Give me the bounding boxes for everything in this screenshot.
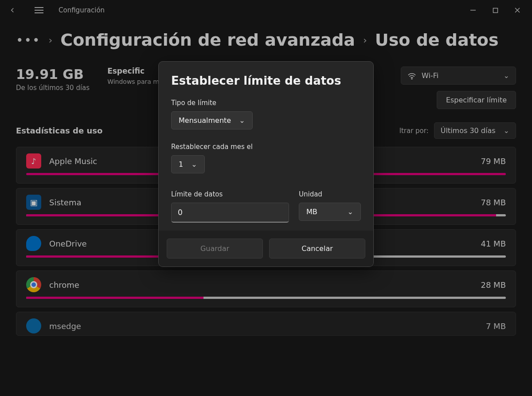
limit-type-select[interactable]: Mensualmente ⌄: [171, 111, 253, 129]
unit-select[interactable]: MB ⌄: [299, 203, 361, 221]
unit-value: MB: [306, 208, 317, 216]
reset-day-value: 1: [179, 160, 183, 169]
cancel-button[interactable]: Cancelar: [269, 239, 365, 259]
data-limit-dialog: Establecer límite de datos Tipo de límit…: [158, 61, 374, 267]
data-limit-label: Límite de datos: [171, 190, 289, 198]
dialog-title: Establecer límite de datos: [171, 74, 361, 87]
limit-type-value: Mensualmente: [179, 116, 231, 125]
reset-day-label: Restablecer cada mes el: [171, 143, 361, 151]
chevron-down-icon: ⌄: [191, 160, 197, 169]
modal-overlay: Establecer límite de datos Tipo de límit…: [0, 0, 532, 396]
chevron-down-icon: ⌄: [239, 116, 245, 125]
data-limit-input[interactable]: [171, 203, 289, 223]
save-button[interactable]: Guardar: [167, 239, 263, 259]
reset-day-select[interactable]: 1 ⌄: [171, 155, 205, 173]
chevron-down-icon: ⌄: [348, 208, 353, 216]
unit-label: Unidad: [299, 190, 361, 198]
limit-type-label: Tipo de límite: [171, 99, 361, 107]
